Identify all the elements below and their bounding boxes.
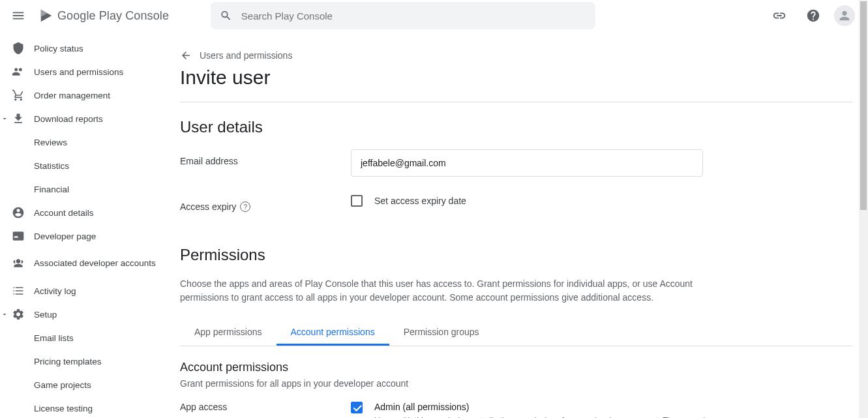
account-icon	[12, 206, 25, 219]
permissions-tabs: App permissions Account permissions Perm…	[180, 320, 852, 346]
access-expiry-checkbox-label: Set access expiry date	[374, 196, 466, 206]
help-icon	[806, 8, 820, 23]
logo[interactable]: Google Play Console	[39, 8, 169, 23]
access-expiry-label: Access expiry	[180, 202, 236, 212]
sidebar-item-download-reports[interactable]: Download reports	[0, 107, 164, 130]
download-icon	[12, 112, 25, 125]
help-tooltip-icon[interactable]: ?	[240, 202, 250, 212]
admin-permission-body: Users with this permission get all other…	[374, 415, 726, 418]
gear-icon	[12, 308, 25, 321]
person-icon	[837, 8, 852, 23]
avatar[interactable]	[834, 5, 855, 26]
sidebar-item-label: Pricing templates	[34, 357, 102, 366]
page-title: Invite user	[180, 67, 852, 89]
sidebar-item-label: Associated developer accounts	[34, 258, 156, 269]
sidebar-item-label: Account details	[34, 208, 94, 218]
sidebar-item-label: Email lists	[34, 333, 74, 343]
arrow-left-icon	[180, 50, 192, 61]
back-link[interactable]: Users and permissions	[180, 50, 852, 61]
list-icon	[12, 284, 25, 297]
people-icon	[12, 65, 25, 78]
email-label: Email address	[180, 149, 351, 166]
hamburger-icon	[11, 8, 25, 23]
sidebar-item-associated-accounts[interactable]: Associated developer accounts	[0, 248, 164, 279]
chevron-down-icon	[0, 310, 9, 318]
link-icon	[772, 8, 786, 23]
back-link-text: Users and permissions	[200, 50, 292, 61]
permissions-heading: Permissions	[180, 246, 852, 264]
sidebar-item-developer-page[interactable]: Developer page	[0, 224, 164, 248]
access-expiry-checkbox[interactable]	[351, 195, 363, 207]
play-console-logo-icon	[39, 8, 53, 23]
help-button[interactable]	[800, 3, 826, 29]
sidebar-item-label: Statistics	[34, 161, 69, 171]
sidebar-item-users-permissions[interactable]: Users and permissions	[0, 60, 164, 83]
sidebar-item-order-management[interactable]: Order management	[0, 83, 164, 107]
sidebar-item-label: Users and permissions	[34, 67, 123, 77]
account-permissions-title: Account permissions	[180, 361, 852, 374]
scrollbar[interactable]	[859, 0, 868, 418]
sidebar-item-pricing-templates[interactable]: Pricing templates	[0, 350, 164, 373]
sidebar-item-label: Game projects	[34, 380, 91, 390]
permissions-description: Choose the apps and areas of Play Consol…	[180, 277, 715, 305]
sidebar-item-statistics[interactable]: Statistics	[0, 154, 164, 177]
sidebar-item-label: Activity log	[34, 286, 76, 296]
sidebar-item-label: Download reports	[34, 114, 103, 124]
search-input[interactable]	[241, 10, 586, 22]
search-icon	[220, 9, 232, 22]
sidebar-item-activity-log[interactable]: Activity log	[0, 279, 164, 303]
sidebar-item-setup[interactable]: Setup	[0, 303, 164, 326]
sidebar-item-label: Setup	[34, 310, 57, 320]
logo-text: Google Play Console	[57, 9, 169, 23]
sidebar-item-account-details[interactable]: Account details	[0, 201, 164, 224]
admin-permission-checkbox[interactable]	[351, 402, 363, 413]
account-permissions-subtitle: Grant permissions for all apps in your d…	[180, 378, 852, 389]
sidebar-item-reviews[interactable]: Reviews	[0, 130, 164, 154]
sidebar: Policy status Users and permissions Orde…	[0, 31, 164, 418]
cart-icon	[12, 89, 25, 102]
sidebar-item-label: Policy status	[34, 44, 83, 53]
sidebar-item-game-projects[interactable]: Game projects	[0, 373, 164, 396]
sidebar-item-label: Reviews	[34, 138, 67, 147]
admin-permission-title: Admin (all permissions)	[374, 402, 852, 412]
user-details-heading: User details	[180, 118, 852, 136]
sidebar-item-label: License testing	[34, 404, 93, 413]
link-button[interactable]	[766, 3, 792, 29]
sidebar-item-label: Financial	[34, 185, 69, 194]
tab-app-permissions[interactable]: App permissions	[180, 320, 277, 346]
sidebar-item-label: Order management	[34, 91, 110, 100]
search-box[interactable]	[211, 2, 595, 29]
menu-button[interactable]	[5, 3, 31, 29]
email-field[interactable]	[351, 149, 703, 177]
sidebar-item-license-testing[interactable]: License testing	[0, 396, 164, 418]
app-access-label: App access	[180, 402, 351, 412]
sidebar-item-financial[interactable]: Financial	[0, 177, 164, 201]
chevron-down-icon	[0, 115, 9, 123]
sidebar-item-policy-status[interactable]: Policy status	[0, 37, 164, 60]
sidebar-item-email-lists[interactable]: Email lists	[0, 326, 164, 350]
group-icon	[12, 257, 25, 270]
sidebar-item-label: Developer page	[34, 231, 96, 241]
scrollbar-thumb[interactable]	[860, 1, 867, 210]
tab-permission-groups[interactable]: Permission groups	[389, 320, 494, 346]
tab-account-permissions[interactable]: Account permissions	[277, 320, 389, 346]
badge-icon	[12, 230, 25, 243]
shield-icon	[12, 42, 25, 55]
